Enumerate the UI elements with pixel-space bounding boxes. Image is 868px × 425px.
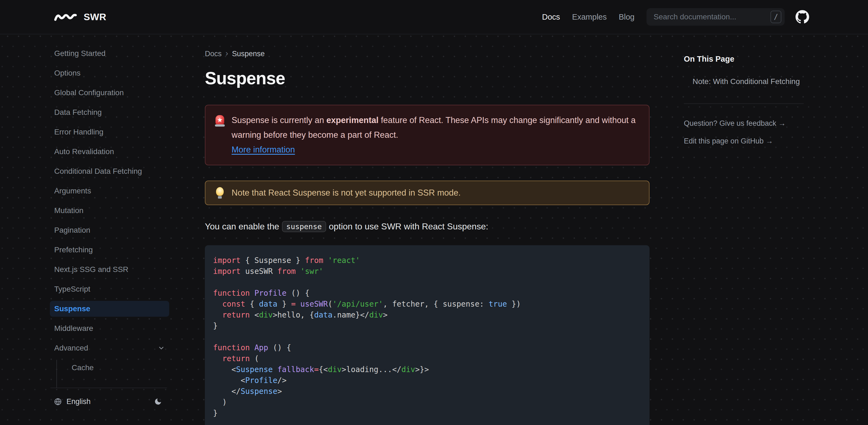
code-line: </Suspense> <box>213 386 641 397</box>
search-box[interactable]: / <box>647 8 785 26</box>
nav-links: DocsExamplesBlog <box>542 12 647 22</box>
code-line: <Profile/> <box>213 375 641 386</box>
sidebar-item-error-handling[interactable]: Error Handling <box>50 124 169 140</box>
sidebar: Getting StartedOptionsGlobal Configurati… <box>50 46 169 409</box>
code-line: import useSWR from 'swr' <box>213 266 641 277</box>
main-content: Docs › Suspense Suspense ★ Suspense is c… <box>205 34 650 425</box>
code-line <box>213 332 641 342</box>
code-line: <Suspense fallback={<div>loading...</div… <box>213 364 641 375</box>
code-line: } <box>213 408 641 419</box>
search-input[interactable] <box>654 12 771 21</box>
theme-toggle-button[interactable] <box>154 397 162 406</box>
sidebar-item-suspense[interactable]: Suspense <box>50 301 169 317</box>
code-line <box>213 277 641 288</box>
github-link[interactable] <box>796 10 809 24</box>
sidebar-item-auto-revalidation[interactable]: Auto Revalidation <box>50 144 169 160</box>
logo-text: SWR <box>84 11 106 22</box>
breadcrumb-current: Suspense <box>232 50 265 58</box>
error-callout-text: Suspense is currently an experimental fe… <box>231 113 640 157</box>
swr-logo[interactable]: SWR <box>54 11 106 22</box>
code-block: import { Suspense } from 'react'import u… <box>205 245 650 425</box>
sidebar-item-label: Auto Revalidation <box>54 147 114 156</box>
page-title: Suspense <box>205 68 650 88</box>
nav-link-blog[interactable]: Blog <box>619 12 634 21</box>
toc-list: Note: With Conditional Fetching <box>684 77 804 86</box>
sidebar-item-label: Pagination <box>54 226 90 235</box>
toc-item-note-with-conditional-fetching[interactable]: Note: With Conditional Fetching <box>692 77 804 86</box>
toc-heading: On This Page <box>684 55 804 63</box>
nav-link-docs[interactable]: Docs <box>542 12 560 21</box>
sidebar-item-label: Middleware <box>54 324 93 333</box>
sidebar-item-next-js-ssg-and-ssr[interactable]: Next.js SSG and SSR <box>50 262 169 277</box>
language-selector[interactable]: English <box>66 397 91 406</box>
sidebar-item-label: Next.js SSG and SSR <box>54 265 128 274</box>
sidebar-item-label: Cache <box>72 363 94 372</box>
code-line: function App () { <box>213 342 641 353</box>
navbar-right: DocsExamplesBlog / <box>542 8 809 26</box>
warning-callout-text: Note that React Suspense is not yet supp… <box>231 187 461 199</box>
sidebar-item-getting-started[interactable]: Getting Started <box>50 46 169 61</box>
intro-paragraph: You can enable the suspense option to us… <box>205 221 650 232</box>
code-line: ) <box>213 397 641 408</box>
code-line: return ( <box>213 353 641 364</box>
sidebar-item-middleware[interactable]: Middleware <box>50 320 169 336</box>
sidebar-list: Getting StartedOptionsGlobal Configurati… <box>50 46 169 388</box>
sidebar-item-label: TypeScript <box>54 285 90 293</box>
code-line: return <div>hello, {data.name}</div> <box>213 310 641 320</box>
sidebar-item-typescript[interactable]: TypeScript <box>50 281 169 297</box>
github-icon <box>796 10 809 24</box>
chevron-down-icon <box>158 344 165 351</box>
toc-link-edit-this-page-on-github[interactable]: Edit this page on GitHub → <box>684 137 804 145</box>
navbar: SWR DocsExamplesBlog / <box>0 0 868 34</box>
chevron-right-icon: › <box>225 49 228 58</box>
code-line: function Profile () { <box>213 288 641 299</box>
breadcrumb-docs[interactable]: Docs <box>205 50 222 58</box>
sidebar-item-label: Advanced <box>54 344 88 352</box>
toc-divider <box>684 104 804 104</box>
siren-icon: ★ <box>214 113 225 157</box>
sidebar-item-label: Suspense <box>54 305 90 313</box>
sidebar-item-mutation[interactable]: Mutation <box>50 203 169 219</box>
search-shortcut-kbd: / <box>771 11 781 23</box>
inline-code-suspense: suspense <box>282 221 326 232</box>
more-information-link[interactable]: More information <box>231 142 640 157</box>
sidebar-item-label: Prefetching <box>54 246 93 254</box>
sidebar-item-options[interactable]: Options <box>50 65 169 81</box>
error-callout: ★ Suspense is currently an experimental … <box>205 105 650 165</box>
bulb-icon <box>214 187 225 199</box>
globe-icon <box>54 398 62 405</box>
toc-sidebar: On This Page Note: With Conditional Fetc… <box>684 34 804 145</box>
code-line: } <box>213 320 641 332</box>
sidebar-item-global-configuration[interactable]: Global Configuration <box>50 85 169 101</box>
sidebar-sub-list: Cache <box>56 360 169 388</box>
swr-logo-icon <box>54 12 79 22</box>
sidebar-item-data-fetching[interactable]: Data Fetching <box>50 105 169 120</box>
toc-links: Question? Give us feedback →Edit this pa… <box>684 119 804 145</box>
sidebar-item-label: Getting Started <box>54 49 105 58</box>
sidebar-item-arguments[interactable]: Arguments <box>50 183 169 199</box>
code-line: import { Suspense } from 'react' <box>213 255 641 266</box>
sidebar-item-label: Error Handling <box>54 128 103 136</box>
sidebar-item-label: Options <box>54 69 81 78</box>
code-line: const { data } = useSWR('/api/user', fet… <box>213 299 641 310</box>
sidebar-item-label: Mutation <box>54 206 83 215</box>
sidebar-footer: English <box>50 394 166 409</box>
warning-callout: Note that React Suspense is not yet supp… <box>205 180 650 205</box>
nav-link-examples[interactable]: Examples <box>572 12 607 21</box>
sidebar-item-label: Conditional Data Fetching <box>54 167 142 176</box>
sidebar-item-conditional-data-fetching[interactable]: Conditional Data Fetching <box>50 163 169 179</box>
sidebar-item-pagination[interactable]: Pagination <box>50 222 169 238</box>
sidebar-item-prefetching[interactable]: Prefetching <box>50 242 169 258</box>
sidebar-item-label: Data Fetching <box>54 108 102 117</box>
sidebar-divider <box>51 388 167 388</box>
sidebar-item-cache[interactable]: Cache <box>67 360 169 376</box>
breadcrumb: Docs › Suspense <box>205 49 650 58</box>
toc-link-question-give-us-feedback[interactable]: Question? Give us feedback → <box>684 119 804 128</box>
sidebar-item-advanced[interactable]: Advanced <box>50 340 169 356</box>
sidebar-item-label: Arguments <box>54 187 91 195</box>
moon-icon <box>154 397 162 406</box>
sidebar-item-label: Global Configuration <box>54 88 124 97</box>
